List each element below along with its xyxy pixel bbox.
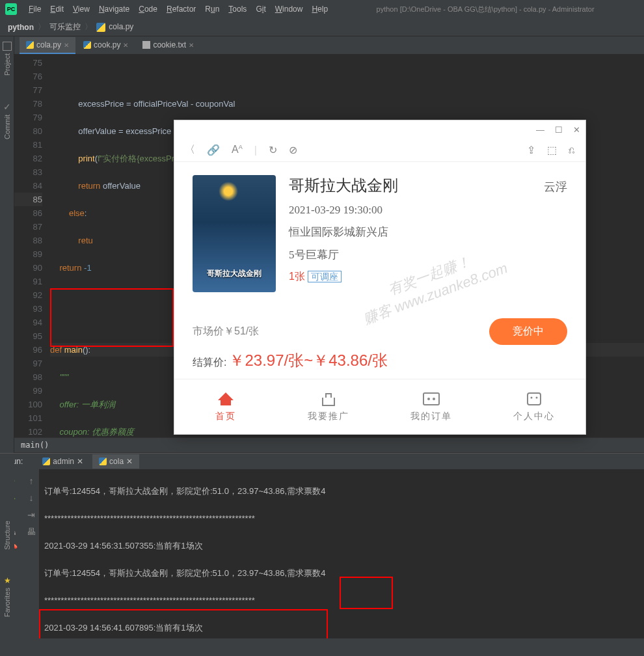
home-icon — [217, 391, 235, 407]
movie-poster: 哥斯拉大战金刚 — [193, 175, 276, 292]
menu-bar: File Edit View Navigate Code Refactor Ru… — [25, 2, 332, 16]
showtime: 2021-03-29 19:30:00 — [289, 204, 567, 217]
window-title: python [D:\OneDrive - OBA GG\总结\python] … — [377, 5, 595, 14]
close-icon[interactable]: ✕ — [77, 457, 83, 466]
breadcrumb-sep: 〉 — [38, 21, 46, 33]
project-icon — [3, 42, 12, 51]
python-file-icon — [99, 458, 107, 465]
city-label: 云浮 — [544, 179, 567, 195]
project-tool-button[interactable]: Project — [3, 42, 12, 75]
editor-tabs: cola.py ✕ cook.py ✕ cookie.txt ✕ — [14, 36, 644, 55]
close-icon[interactable]: ✕ — [573, 125, 580, 135]
print-icon[interactable]: 🖶 — [25, 525, 38, 538]
seat-info: 1张 可调座 — [289, 270, 567, 284]
wrap-icon[interactable]: ⇥ — [25, 508, 38, 521]
svg-point-4 — [531, 397, 533, 399]
popup-window: — ☐ ✕ 〈 🔗 AA | ↻ ⊘ ⇪ ⬚ ⎌ 哥斯拉大战金刚 哥斯拉大战金刚… — [174, 120, 586, 435]
menu-window[interactable]: Window — [271, 2, 307, 16]
app-logo-icon: PC — [5, 3, 17, 15]
profile-icon — [525, 391, 543, 407]
left-tool-strip: Project ✓ Commit — [0, 36, 14, 453]
run-tab-admin[interactable]: admin ✕ — [36, 454, 90, 469]
breadcrumb-sep: 〉 — [85, 21, 92, 33]
hall-name: 5号巨幕厅 — [289, 247, 567, 262]
commit-tool-button[interactable]: ✓ Commit — [3, 102, 11, 139]
minimize-icon[interactable]: — — [536, 125, 544, 135]
menu-file[interactable]: File — [25, 2, 45, 16]
nav-orders[interactable]: 我的订单 — [380, 379, 483, 434]
python-file-icon — [83, 41, 91, 49]
svg-point-2 — [433, 398, 435, 400]
title-bar: PC File Edit View Navigate Code Refactor… — [0, 0, 644, 18]
svg-rect-3 — [528, 393, 541, 405]
svg-point-5 — [536, 397, 538, 399]
movie-title: 哥斯拉大战金刚 — [289, 175, 398, 196]
commit-icon: ✓ — [3, 102, 11, 112]
menu-tools[interactable]: Tools — [224, 2, 250, 16]
popup-bottom-nav: 首页 我要推广 我的订单 个人中心 — [174, 379, 585, 434]
back-icon[interactable]: 〈 — [185, 143, 195, 157]
run-panel: Run: admin ✕ cola ✕ ↻ ▶ ■ ⏏ 📌 — [0, 453, 644, 638]
popup-titlebar: — ☐ ✕ — [174, 120, 585, 139]
market-price: 市场价￥51/张 — [193, 325, 259, 338]
close-icon[interactable]: ✕ — [126, 457, 133, 466]
down-icon[interactable]: ↓ — [25, 491, 38, 504]
breadcrumb: python 〉 可乐监控 〉 cola.py — [0, 18, 644, 36]
breadcrumb-project[interactable]: python — [8, 23, 34, 32]
menu-edit[interactable]: Edit — [46, 2, 68, 16]
menu-git[interactable]: Git — [252, 2, 269, 16]
close-icon[interactable]: ✕ — [189, 42, 194, 49]
bid-button[interactable]: 竞价中 — [489, 318, 567, 345]
settlement-price: 结算价: ￥23.97/张~￥43.86/张 — [193, 350, 388, 371]
maximize-icon[interactable]: ☐ — [555, 125, 563, 135]
close-icon[interactable]: ✕ — [123, 42, 128, 49]
menu-navigate[interactable]: Navigate — [95, 2, 133, 16]
tab-cook-py[interactable]: cook.py ✕ — [77, 37, 135, 54]
star-icon: ★ — [4, 576, 11, 585]
ticket-icon — [422, 391, 440, 407]
run-tab-cola[interactable]: cola ✕ — [92, 454, 139, 469]
tab-cola-py[interactable]: cola.py ✕ — [20, 37, 75, 54]
nav-home[interactable]: 首页 — [174, 379, 277, 434]
stop-reload-icon[interactable]: ⊘ — [289, 144, 297, 156]
font-size-icon[interactable]: AA — [232, 144, 243, 156]
text-file-icon — [142, 41, 150, 49]
menu-refactor[interactable]: Refactor — [163, 2, 200, 16]
menu-help[interactable]: Help — [308, 2, 332, 16]
menu-view[interactable]: View — [69, 2, 94, 16]
left-tool-strip-bottom: Structure ★ Favorites — [0, 456, 14, 656]
console-output[interactable]: 订单号:124554，哥斯拉大战金刚，影院定价:51.0，23.97~43.86… — [39, 469, 644, 638]
bookmark-icon[interactable]: ⎌ — [569, 144, 575, 156]
breadcrumb-file[interactable]: cola.py — [96, 22, 133, 32]
close-icon[interactable]: ✕ — [64, 42, 69, 49]
cube-icon[interactable]: ⬚ — [547, 144, 557, 156]
menu-run[interactable]: Run — [201, 2, 223, 16]
seat-adjustable-tag: 可调座 — [308, 271, 342, 282]
breadcrumb-folder[interactable]: 可乐监控 — [49, 21, 81, 33]
popup-toolbar: 〈 🔗 AA | ↻ ⊘ ⇪ ⬚ ⎌ — [174, 139, 585, 162]
nav-promote[interactable]: 我要推广 — [277, 379, 380, 434]
python-file-icon — [96, 23, 105, 32]
nav-profile[interactable]: 个人中心 — [483, 379, 585, 434]
editor-status-bar: main() — [14, 437, 644, 453]
tab-cookie-txt[interactable]: cookie.txt ✕ — [136, 37, 200, 54]
share-icon[interactable]: ⇪ — [527, 144, 535, 156]
cinema-name: 恒业国际影城新兴店 — [289, 225, 567, 239]
line-gutter: 7576777879808182838485868788899091929394… — [14, 55, 50, 437]
structure-tool-button[interactable]: Structure — [3, 521, 11, 550]
up-icon[interactable]: ↑ — [25, 474, 38, 487]
link-icon[interactable]: 🔗 — [207, 144, 220, 156]
python-file-icon — [42, 458, 50, 465]
svg-rect-0 — [423, 393, 439, 405]
python-file-icon — [26, 41, 34, 49]
svg-point-1 — [427, 398, 430, 400]
menu-code[interactable]: Code — [135, 2, 161, 16]
promote-icon — [319, 391, 338, 407]
refresh-icon[interactable]: ↻ — [269, 144, 277, 156]
favorites-tool-button[interactable]: ★ Favorites — [3, 576, 11, 617]
